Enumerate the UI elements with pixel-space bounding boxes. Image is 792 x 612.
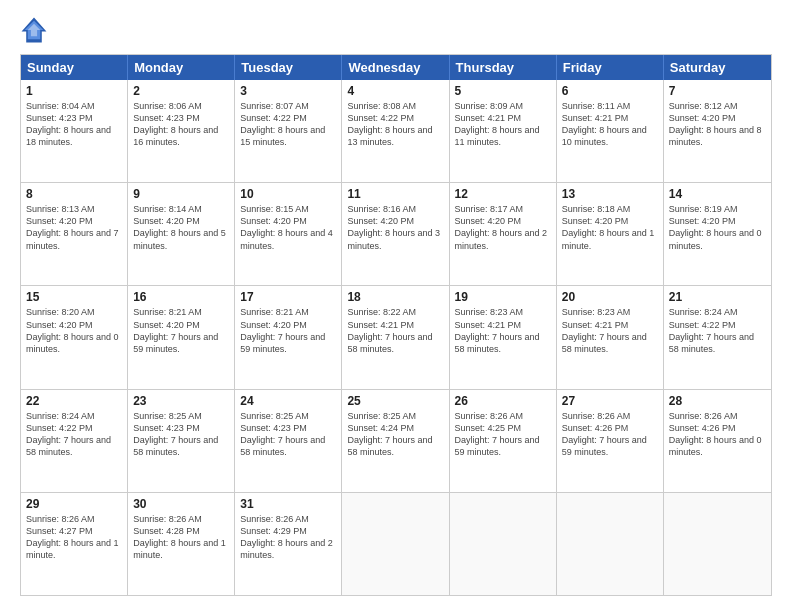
sunset-label: Sunset: 4:22 PM [347, 113, 414, 123]
cell-info: Sunrise: 8:14 AM Sunset: 4:20 PM Dayligh… [133, 203, 229, 252]
sunrise-label: Sunrise: 8:26 AM [240, 514, 309, 524]
sunset-label: Sunset: 4:21 PM [455, 113, 522, 123]
sunset-label: Sunset: 4:21 PM [347, 320, 414, 330]
day-number: 5 [455, 84, 551, 98]
page: SundayMondayTuesdayWednesdayThursdayFrid… [0, 0, 792, 612]
sunset-label: Sunset: 4:27 PM [26, 526, 93, 536]
sunrise-label: Sunrise: 8:11 AM [562, 101, 631, 111]
day-cell-27: 27 Sunrise: 8:26 AM Sunset: 4:26 PM Dayl… [557, 390, 664, 492]
day-cell-18: 18 Sunrise: 8:22 AM Sunset: 4:21 PM Dayl… [342, 286, 449, 388]
day-cell-5: 5 Sunrise: 8:09 AM Sunset: 4:21 PM Dayli… [450, 80, 557, 182]
day-number: 11 [347, 187, 443, 201]
calendar-row-1: 1 Sunrise: 8:04 AM Sunset: 4:23 PM Dayli… [21, 80, 771, 182]
day-cell-16: 16 Sunrise: 8:21 AM Sunset: 4:20 PM Dayl… [128, 286, 235, 388]
calendar-row-2: 8 Sunrise: 8:13 AM Sunset: 4:20 PM Dayli… [21, 182, 771, 285]
sunset-label: Sunset: 4:26 PM [562, 423, 629, 433]
day-cell-26: 26 Sunrise: 8:26 AM Sunset: 4:25 PM Dayl… [450, 390, 557, 492]
cell-info: Sunrise: 8:08 AM Sunset: 4:22 PM Dayligh… [347, 100, 443, 149]
cell-info: Sunrise: 8:13 AM Sunset: 4:20 PM Dayligh… [26, 203, 122, 252]
sunset-label: Sunset: 4:23 PM [240, 423, 307, 433]
sunrise-label: Sunrise: 8:18 AM [562, 204, 631, 214]
sunrise-label: Sunrise: 8:26 AM [133, 514, 202, 524]
sunset-label: Sunset: 4:20 PM [455, 216, 522, 226]
daylight-label: Daylight: 8 hours and 16 minutes. [133, 125, 218, 147]
sunrise-label: Sunrise: 8:23 AM [455, 307, 524, 317]
day-cell-25: 25 Sunrise: 8:25 AM Sunset: 4:24 PM Dayl… [342, 390, 449, 492]
header-cell-wednesday: Wednesday [342, 55, 449, 80]
sunrise-label: Sunrise: 8:23 AM [562, 307, 631, 317]
empty-cell-4-4 [450, 493, 557, 595]
day-cell-30: 30 Sunrise: 8:26 AM Sunset: 4:28 PM Dayl… [128, 493, 235, 595]
day-cell-20: 20 Sunrise: 8:23 AM Sunset: 4:21 PM Dayl… [557, 286, 664, 388]
daylight-label: Daylight: 8 hours and 18 minutes. [26, 125, 111, 147]
daylight-label: Daylight: 8 hours and 0 minutes. [669, 435, 762, 457]
sunset-label: Sunset: 4:23 PM [133, 423, 200, 433]
sunrise-label: Sunrise: 8:24 AM [669, 307, 738, 317]
day-cell-29: 29 Sunrise: 8:26 AM Sunset: 4:27 PM Dayl… [21, 493, 128, 595]
header-cell-friday: Friday [557, 55, 664, 80]
cell-info: Sunrise: 8:16 AM Sunset: 4:20 PM Dayligh… [347, 203, 443, 252]
sunrise-label: Sunrise: 8:26 AM [562, 411, 631, 421]
daylight-label: Daylight: 8 hours and 0 minutes. [26, 332, 119, 354]
cell-info: Sunrise: 8:24 AM Sunset: 4:22 PM Dayligh… [26, 410, 122, 459]
logo [20, 16, 52, 44]
cell-info: Sunrise: 8:17 AM Sunset: 4:20 PM Dayligh… [455, 203, 551, 252]
calendar-header: SundayMondayTuesdayWednesdayThursdayFrid… [21, 55, 771, 80]
day-number: 31 [240, 497, 336, 511]
header-cell-monday: Monday [128, 55, 235, 80]
cell-info: Sunrise: 8:12 AM Sunset: 4:20 PM Dayligh… [669, 100, 766, 149]
day-number: 18 [347, 290, 443, 304]
daylight-label: Daylight: 8 hours and 5 minutes. [133, 228, 226, 250]
cell-info: Sunrise: 8:23 AM Sunset: 4:21 PM Dayligh… [562, 306, 658, 355]
cell-info: Sunrise: 8:04 AM Sunset: 4:23 PM Dayligh… [26, 100, 122, 149]
day-number: 10 [240, 187, 336, 201]
cell-info: Sunrise: 8:25 AM Sunset: 4:23 PM Dayligh… [240, 410, 336, 459]
daylight-label: Daylight: 8 hours and 3 minutes. [347, 228, 440, 250]
daylight-label: Daylight: 8 hours and 4 minutes. [240, 228, 333, 250]
daylight-label: Daylight: 7 hours and 58 minutes. [669, 332, 754, 354]
cell-info: Sunrise: 8:26 AM Sunset: 4:27 PM Dayligh… [26, 513, 122, 562]
cell-info: Sunrise: 8:06 AM Sunset: 4:23 PM Dayligh… [133, 100, 229, 149]
day-number: 4 [347, 84, 443, 98]
day-number: 25 [347, 394, 443, 408]
day-cell-6: 6 Sunrise: 8:11 AM Sunset: 4:21 PM Dayli… [557, 80, 664, 182]
day-cell-24: 24 Sunrise: 8:25 AM Sunset: 4:23 PM Dayl… [235, 390, 342, 492]
sunrise-label: Sunrise: 8:04 AM [26, 101, 95, 111]
day-cell-11: 11 Sunrise: 8:16 AM Sunset: 4:20 PM Dayl… [342, 183, 449, 285]
cell-info: Sunrise: 8:21 AM Sunset: 4:20 PM Dayligh… [133, 306, 229, 355]
day-number: 20 [562, 290, 658, 304]
sunset-label: Sunset: 4:20 PM [133, 216, 200, 226]
sunset-label: Sunset: 4:20 PM [240, 320, 307, 330]
sunrise-label: Sunrise: 8:26 AM [26, 514, 95, 524]
sunrise-label: Sunrise: 8:26 AM [455, 411, 524, 421]
sunrise-label: Sunrise: 8:08 AM [347, 101, 416, 111]
daylight-label: Daylight: 8 hours and 15 minutes. [240, 125, 325, 147]
day-cell-21: 21 Sunrise: 8:24 AM Sunset: 4:22 PM Dayl… [664, 286, 771, 388]
logo-icon [20, 16, 48, 44]
sunset-label: Sunset: 4:28 PM [133, 526, 200, 536]
sunrise-label: Sunrise: 8:25 AM [240, 411, 309, 421]
day-number: 3 [240, 84, 336, 98]
header-cell-thursday: Thursday [450, 55, 557, 80]
empty-cell-4-5 [557, 493, 664, 595]
sunrise-label: Sunrise: 8:15 AM [240, 204, 309, 214]
sunrise-label: Sunrise: 8:12 AM [669, 101, 738, 111]
daylight-label: Daylight: 7 hours and 58 minutes. [347, 332, 432, 354]
day-number: 14 [669, 187, 766, 201]
sunset-label: Sunset: 4:23 PM [133, 113, 200, 123]
day-cell-9: 9 Sunrise: 8:14 AM Sunset: 4:20 PM Dayli… [128, 183, 235, 285]
day-number: 17 [240, 290, 336, 304]
day-cell-12: 12 Sunrise: 8:17 AM Sunset: 4:20 PM Dayl… [450, 183, 557, 285]
daylight-label: Daylight: 8 hours and 1 minute. [133, 538, 226, 560]
cell-info: Sunrise: 8:26 AM Sunset: 4:29 PM Dayligh… [240, 513, 336, 562]
sunset-label: Sunset: 4:22 PM [26, 423, 93, 433]
empty-cell-4-3 [342, 493, 449, 595]
calendar-row-5: 29 Sunrise: 8:26 AM Sunset: 4:27 PM Dayl… [21, 492, 771, 595]
day-number: 12 [455, 187, 551, 201]
day-number: 23 [133, 394, 229, 408]
day-number: 15 [26, 290, 122, 304]
daylight-label: Daylight: 8 hours and 2 minutes. [455, 228, 548, 250]
day-cell-4: 4 Sunrise: 8:08 AM Sunset: 4:22 PM Dayli… [342, 80, 449, 182]
day-cell-1: 1 Sunrise: 8:04 AM Sunset: 4:23 PM Dayli… [21, 80, 128, 182]
day-cell-10: 10 Sunrise: 8:15 AM Sunset: 4:20 PM Dayl… [235, 183, 342, 285]
